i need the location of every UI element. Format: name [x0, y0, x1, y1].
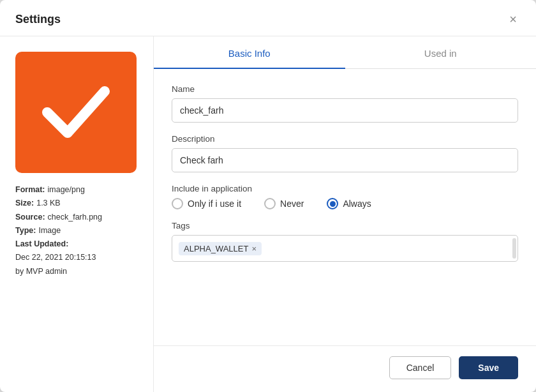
type-row: Type: Image [15, 224, 140, 237]
dialog-footer: Cancel Save [154, 345, 536, 392]
include-field-group: Include in application Only if i use it … [172, 184, 518, 209]
name-input[interactable] [172, 98, 518, 123]
close-button[interactable]: × [505, 11, 521, 27]
name-label: Name [172, 84, 518, 94]
tab-content-basic-info: Name Description Include in application … [154, 69, 536, 345]
updated-by-value: by MVP admin [15, 265, 67, 278]
description-input[interactable] [172, 148, 518, 172]
tag-remove-alpha-wallet[interactable]: × [251, 245, 257, 253]
tab-basic-info[interactable]: Basic Info [154, 36, 345, 69]
size-label: Size: [15, 197, 34, 210]
radio-always[interactable]: Always [327, 198, 371, 209]
radio-circle-always [327, 198, 338, 209]
last-updated-value: Dec 22, 2021 20:15:13 [15, 251, 96, 264]
tab-used-in[interactable]: Used in [345, 36, 537, 69]
radio-group: Only if i use it Never Always [172, 198, 518, 209]
dialog-header: Settings × [0, 0, 536, 36]
radio-only-if-label: Only if i use it [188, 199, 241, 209]
save-button[interactable]: Save [459, 356, 518, 379]
tag-chip-alpha-wallet: ALPHA_WALLET × [179, 242, 262, 255]
format-label: Format: [15, 183, 45, 197]
dialog-body: Format: image/png Size: 1.3 KB Source: c… [0, 36, 536, 392]
asset-metadata: Format: image/png Size: 1.3 KB Source: c… [15, 183, 140, 278]
last-updated-row: Last Updated: Dec 22, 2021 20:15:13 [15, 237, 140, 265]
source-value: check_farh.png [48, 211, 102, 224]
source-row: Source: check_farh.png [15, 211, 140, 224]
dialog-title: Settings [15, 13, 61, 26]
description-field-group: Description [172, 134, 518, 172]
checkmark-icon [41, 84, 111, 141]
tags-label: Tags [172, 221, 518, 230]
cancel-button[interactable]: Cancel [389, 356, 452, 379]
format-value: image/png [48, 183, 85, 197]
tags-container[interactable]: ALPHA_WALLET × [172, 235, 518, 262]
radio-only-if[interactable]: Only if i use it [172, 198, 241, 209]
tabs: Basic Info Used in [154, 36, 536, 69]
name-field-group: Name [172, 84, 518, 123]
type-label: Type: [15, 224, 36, 237]
last-updated-label: Last Updated: [15, 237, 68, 251]
format-row: Format: image/png [15, 183, 140, 197]
radio-always-label: Always [343, 199, 371, 209]
settings-dialog: Settings × Format: image/png Size: 1.3 K… [0, 0, 536, 392]
include-label: Include in application [172, 184, 518, 193]
radio-circle-never [264, 198, 276, 209]
asset-preview [15, 52, 137, 173]
description-label: Description [172, 134, 518, 144]
type-value: Image [38, 224, 61, 237]
radio-never-label: Never [280, 199, 304, 209]
tag-label-alpha-wallet: ALPHA_WALLET [184, 244, 248, 253]
tags-scrollbar [512, 238, 516, 259]
left-panel: Format: image/png Size: 1.3 KB Source: c… [0, 36, 153, 392]
radio-circle-only-if [172, 198, 183, 209]
size-row: Size: 1.3 KB [15, 197, 140, 210]
right-panel: Basic Info Used in Name Description Incl… [153, 36, 536, 392]
tags-field-group: Tags ALPHA_WALLET × [172, 221, 518, 262]
updated-by-row: by MVP admin [15, 265, 140, 278]
source-label: Source: [15, 211, 45, 224]
radio-never[interactable]: Never [264, 198, 304, 209]
size-value: 1.3 KB [36, 197, 61, 210]
